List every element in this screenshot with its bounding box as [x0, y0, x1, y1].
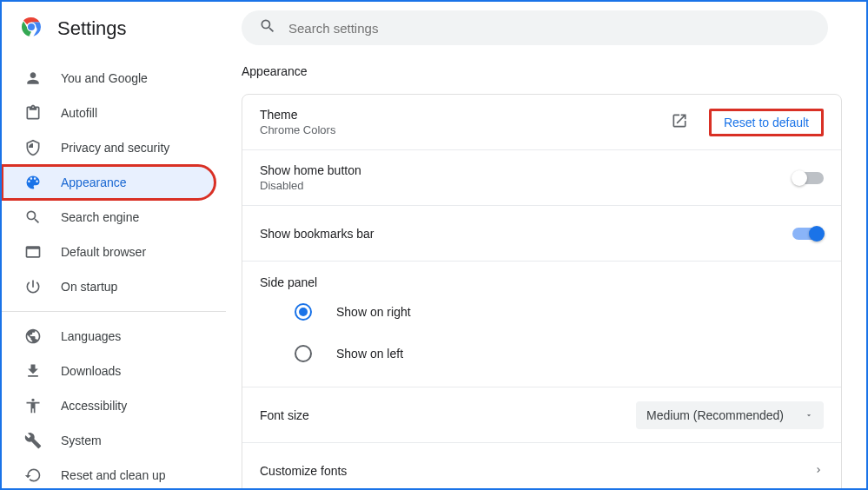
- open-external-icon[interactable]: [671, 112, 688, 133]
- bookmarks-title: Show bookmarks bar: [260, 227, 792, 241]
- theme-row: Theme Chrome Colors Reset to default: [242, 95, 841, 150]
- reset-highlight: Reset to default: [709, 109, 824, 136]
- settings-title: Settings: [57, 17, 127, 40]
- main-content[interactable]: Appearance Theme Chrome Colors Reset to …: [226, 54, 866, 488]
- theme-subtitle: Chrome Colors: [260, 123, 671, 136]
- sidebar-item-label: Reset and clean up: [61, 468, 166, 482]
- bookmarks-row: Show bookmarks bar: [242, 206, 841, 262]
- radio-label: Show on right: [336, 305, 411, 319]
- chrome-logo-icon: [21, 17, 42, 41]
- home-button-subtitle: Disabled: [260, 179, 792, 192]
- accessibility-icon: [24, 397, 42, 414]
- font-size-value: Medium (Recommended): [646, 408, 784, 422]
- search-icon: [259, 17, 276, 38]
- home-button-title: Show home button: [260, 163, 792, 177]
- font-size-title: Font size: [260, 408, 636, 422]
- search-icon: [24, 209, 42, 226]
- side-panel-row: Side panel Show on right Show on left: [242, 262, 841, 387]
- sidebar-item-search-engine[interactable]: Search engine: [2, 200, 215, 235]
- font-size-select[interactable]: Medium (Recommended): [636, 401, 824, 429]
- shield-icon: [24, 139, 42, 156]
- chevron-down-icon: [805, 408, 813, 422]
- font-size-row: Font size Medium (Recommended): [242, 387, 841, 443]
- sidebar-item-accessibility[interactable]: Accessibility: [2, 388, 215, 423]
- theme-title: Theme: [260, 108, 671, 122]
- side-panel-right-option[interactable]: Show on right: [295, 303, 789, 321]
- home-button-row: Show home button Disabled: [242, 150, 841, 206]
- nav-divider: [2, 311, 226, 312]
- sidebar-item-label: Languages: [61, 329, 121, 343]
- clipboard-icon: [24, 104, 42, 122]
- side-panel-title: Side panel: [260, 275, 824, 289]
- sidebar-item-label: System: [61, 434, 102, 447]
- sidebar-item-reset[interactable]: Reset and clean up: [2, 458, 215, 488]
- radio-label: Show on left: [336, 347, 403, 361]
- sidebar-item-label: Default browser: [61, 245, 146, 259]
- palette-icon: [24, 174, 42, 191]
- browser-icon: [24, 243, 42, 261]
- sidebar-item-languages[interactable]: Languages: [2, 319, 215, 354]
- sidebar-item-label: Autofill: [61, 106, 97, 120]
- page-heading: Appearance: [242, 64, 842, 78]
- download-icon: [24, 362, 42, 380]
- sidebar-item-downloads[interactable]: Downloads: [2, 354, 215, 388]
- sidebar-item-label: You and Google: [61, 71, 148, 85]
- restore-icon: [24, 467, 42, 484]
- sidebar-item-label: Privacy and security: [61, 141, 169, 155]
- power-icon: [24, 278, 42, 295]
- svg-point-2: [28, 23, 35, 30]
- person-icon: [24, 70, 42, 87]
- sidebar[interactable]: You and Google Autofill Privacy and secu…: [2, 56, 226, 488]
- sidebar-item-label: Downloads: [61, 364, 121, 378]
- sidebar-item-appearance[interactable]: Appearance: [2, 165, 215, 200]
- appearance-card: Theme Chrome Colors Reset to default Sho…: [242, 94, 842, 488]
- customize-fonts-row[interactable]: Customize fonts: [242, 443, 841, 488]
- sidebar-item-privacy[interactable]: Privacy and security: [2, 130, 215, 165]
- sidebar-item-system[interactable]: System: [2, 423, 215, 458]
- wrench-icon: [24, 432, 42, 449]
- chevron-right-icon: [813, 463, 824, 479]
- sidebar-item-label: Accessibility: [61, 399, 127, 413]
- globe-icon: [24, 328, 42, 345]
- sidebar-item-label: Search engine: [61, 210, 139, 224]
- sidebar-item-label: Appearance: [61, 175, 127, 189]
- reset-to-default-button[interactable]: Reset to default: [719, 109, 814, 136]
- sidebar-item-autofill[interactable]: Autofill: [2, 96, 215, 130]
- home-button-toggle[interactable]: [792, 172, 824, 184]
- sidebar-item-on-startup[interactable]: On startup: [2, 269, 215, 304]
- sidebar-item-default-browser[interactable]: Default browser: [2, 235, 215, 269]
- search-bar[interactable]: [242, 10, 828, 45]
- search-input[interactable]: [288, 21, 811, 36]
- bookmarks-toggle[interactable]: [792, 228, 824, 240]
- sidebar-item-you-google[interactable]: You and Google: [2, 61, 215, 96]
- customize-fonts-title: Customize fonts: [260, 464, 813, 478]
- radio-icon: [295, 345, 312, 362]
- radio-icon: [295, 303, 312, 321]
- sidebar-item-label: On startup: [61, 280, 117, 294]
- side-panel-left-option[interactable]: Show on left: [295, 345, 789, 362]
